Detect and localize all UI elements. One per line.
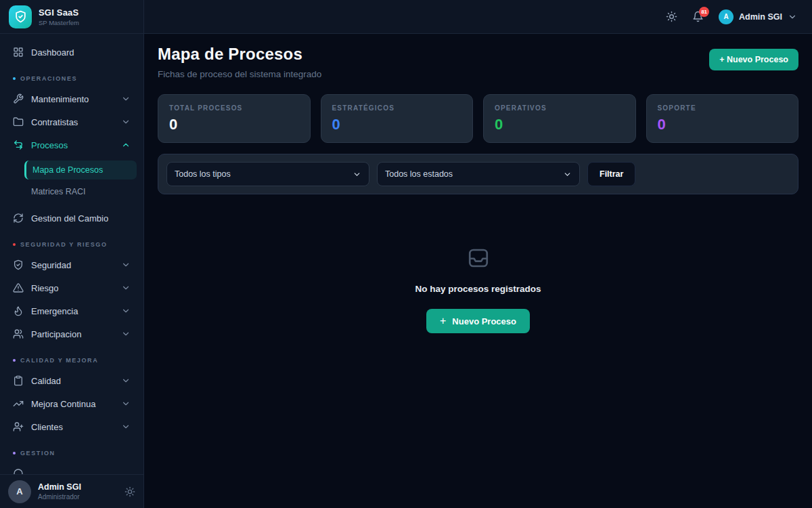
theme-toggle-sun-icon[interactable] [125,486,135,497]
sidebar-item-participacion[interactable]: Participacion [7,322,137,345]
new-process-button[interactable]: + Nuevo Proceso [709,49,798,70]
stats-row: TOTAL PROCESOS 0 ESTRATÉGICOS 0 OPERATIV… [158,94,798,143]
plus-icon: + [440,316,446,326]
procesos-submenu: Mapa de Procesos Matrices RACI [7,156,137,207]
circle-icon [13,468,24,474]
chevron-down-icon [121,399,131,408]
sidebar-item-calidad[interactable]: Calidad [7,369,137,392]
users-icon [13,421,24,432]
avatar: A [719,9,734,24]
page-header: Mapa de Procesos Fichas de proceso del s… [158,45,798,79]
section-label: SEGURIDAD Y RIESGO [20,241,108,248]
stat-value: 0 [332,116,462,133]
sidebar-nav: Dashboard OPERACIONES Mantenimiento [0,34,143,474]
users-group-icon [13,329,24,339]
app-title: SGI SaaS [39,7,79,18]
topbar: 81 A Admin SGI [144,0,812,34]
sidebar-item-procesos[interactable]: Procesos [7,133,137,156]
page-content: Mapa de Procesos Fichas de proceso del s… [144,34,812,508]
section-dot [13,77,16,80]
shield-check-icon [13,259,24,270]
section-label: CALIDAD Y MEJORA [20,357,98,364]
sidebar-subitem-label: Matrices RACI [31,187,86,196]
section-header-gestion: GESTION [7,438,137,462]
chevron-down-icon [788,12,797,22]
stat-card-estrategicos: ESTRATÉGICOS 0 [321,94,474,143]
sidebar-item-seguridad[interactable]: Seguridad [7,253,137,276]
sidebar-subitem-mapa-de-procesos[interactable]: Mapa de Procesos [24,161,137,179]
chevron-down-icon [121,306,131,316]
section-header-operaciones: OPERACIONES [7,64,137,87]
stat-label: SOPORTE [658,104,788,112]
stat-label: TOTAL PROCESOS [169,104,299,112]
user-name: Admin SGI [739,12,782,22]
folder-icon [13,117,24,127]
main-area: 81 A Admin SGI Mapa de Procesos Fichas d… [144,0,812,508]
chevron-down-icon [353,170,361,179]
user-info: Admin SGI Administrador [38,482,81,501]
empty-state: No hay procesos registrados + Nuevo Proc… [158,205,798,333]
sidebar-item-clientes[interactable]: Clientes [7,415,137,438]
select-value: Todos los tipos [175,169,231,179]
trending-up-icon [13,398,24,409]
refresh-icon [13,213,24,224]
page-header-text: Mapa de Procesos Fichas de proceso del s… [158,45,321,79]
stat-value: 0 [495,116,625,133]
sidebar-user-footer: A Admin SGI Administrador [0,474,143,508]
stat-card-operativos: OPERATIVOS 0 [483,94,636,143]
sidebar: SGI SaaS SP Masterfem Dashboard OPERACIO… [0,0,144,508]
sidebar-item-mejora-continua[interactable]: Mejora Continua [7,392,137,415]
app-root: SGI SaaS SP Masterfem Dashboard OPERACIO… [0,0,812,508]
app-logo: SGI SaaS SP Masterfem [0,0,143,34]
flame-icon [13,305,24,316]
filter-bar: Todos los tipos Todos los estados Filtra… [158,154,798,194]
select-value: Todos los estados [385,169,453,179]
sidebar-item-label: Contratistas [31,117,78,127]
alert-triangle-icon [13,282,24,293]
section-header-calidad-y-mejora: CALIDAD Y MEJORA [7,345,137,369]
user-menu[interactable]: A Admin SGI [719,9,797,24]
status-filter-select[interactable]: Todos los estados [377,162,580,186]
inbox-tray-icon [466,246,491,270]
sidebar-item-label: Clientes [31,422,63,432]
theme-toggle-sun-icon[interactable] [666,11,677,22]
sidebar-item-label: Mejora Continua [31,399,95,409]
sidebar-item-label: Calidad [31,376,61,386]
chevron-down-icon [121,117,131,127]
sidebar-item-mantenimiento[interactable]: Mantenimiento [7,87,137,110]
sidebar-item-dashboard[interactable]: Dashboard [7,41,137,64]
section-dot [13,359,16,362]
section-label: OPERACIONES [20,75,77,82]
stat-value: 0 [169,116,299,133]
page-subtitle: Fichas de proceso del sistema integrado [158,69,321,79]
stat-value: 0 [658,116,788,133]
new-process-button[interactable]: + Nuevo Proceso [426,309,530,333]
chevron-down-icon [121,376,131,385]
sidebar-item-label: Mantenimiento [31,94,89,104]
logo-text: SGI SaaS SP Masterfem [39,7,79,26]
section-dot [13,243,16,246]
page-title: Mapa de Procesos [158,45,321,64]
chevron-down-icon [121,329,131,339]
avatar: A [8,480,31,503]
sidebar-item-label: Gestion del Cambio [31,213,108,224]
sidebar-item-label: Dashboard [31,47,74,58]
sidebar-item-emergencia[interactable]: Emergencia [7,299,137,322]
sidebar-item-riesgo[interactable]: Riesgo [7,276,137,299]
sidebar-item-label: Seguridad [31,260,71,270]
stat-card-total-procesos: TOTAL PROCESOS 0 [158,94,311,143]
sidebar-item-gestion-del-cambio[interactable]: Gestion del Cambio [7,207,137,230]
filter-button[interactable]: Filtrar [587,162,635,186]
section-dot [13,452,16,454]
sidebar-item-label: Participacion [31,329,81,339]
notifications-bell-icon[interactable]: 81 [692,11,704,22]
type-filter-select[interactable]: Todos los tipos [166,162,369,186]
grid-icon [13,47,24,58]
user-role: Administrador [38,493,81,501]
sidebar-item-contratistas[interactable]: Contratistas [7,110,137,133]
sidebar-item-partial[interactable] [7,462,137,474]
sidebar-item-label: Riesgo [31,283,58,293]
sidebar-item-label: Procesos [31,140,68,150]
sidebar-subitem-matrices-raci[interactable]: Matrices RACI [24,182,137,201]
chevron-down-icon [121,422,131,431]
